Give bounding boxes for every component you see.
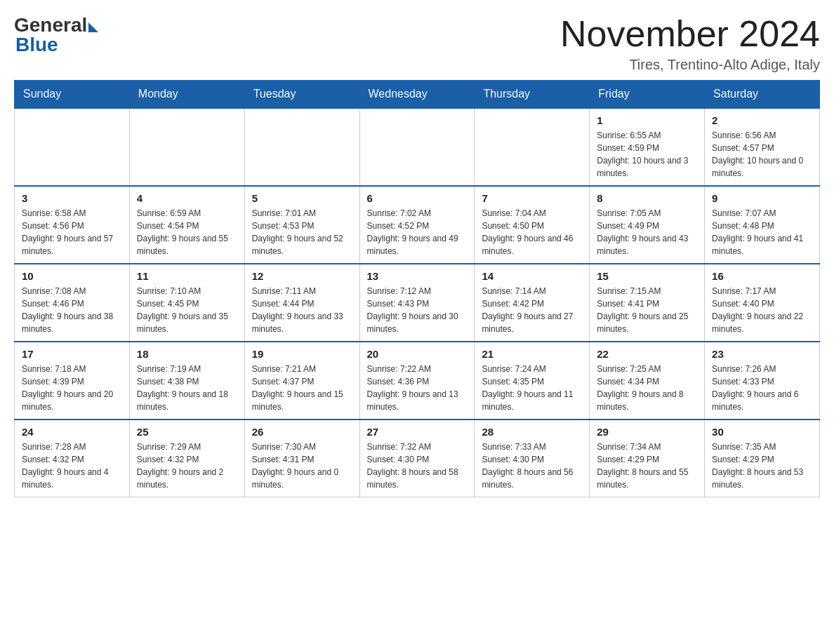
day-number: 30 bbox=[712, 426, 812, 438]
weekday-header-sunday: Sunday bbox=[15, 81, 130, 109]
weekday-header-wednesday: Wednesday bbox=[359, 81, 475, 109]
day-info: Sunrise: 7:30 AMSunset: 4:31 PMDaylight:… bbox=[252, 441, 352, 491]
calendar-cell: 4Sunrise: 6:59 AMSunset: 4:54 PMDaylight… bbox=[129, 186, 244, 264]
day-info: Sunrise: 6:58 AMSunset: 4:56 PMDaylight:… bbox=[22, 207, 122, 257]
day-info: Sunrise: 7:29 AMSunset: 4:32 PMDaylight:… bbox=[137, 441, 237, 491]
day-number: 28 bbox=[482, 426, 582, 438]
day-info: Sunrise: 7:21 AMSunset: 4:37 PMDaylight:… bbox=[252, 363, 352, 413]
day-info: Sunrise: 7:19 AMSunset: 4:38 PMDaylight:… bbox=[137, 363, 237, 413]
day-number: 16 bbox=[712, 270, 812, 282]
day-info: Sunrise: 7:15 AMSunset: 4:41 PMDaylight:… bbox=[597, 285, 697, 335]
calendar-cell: 22Sunrise: 7:25 AMSunset: 4:34 PMDayligh… bbox=[590, 342, 705, 420]
day-number: 20 bbox=[367, 348, 468, 360]
weekday-header-friday: Friday bbox=[590, 81, 705, 109]
calendar-week-4: 17Sunrise: 7:18 AMSunset: 4:39 PMDayligh… bbox=[15, 342, 820, 420]
day-number: 13 bbox=[367, 270, 468, 282]
day-info: Sunrise: 7:33 AMSunset: 4:30 PMDaylight:… bbox=[482, 441, 582, 491]
day-number: 24 bbox=[22, 426, 122, 438]
day-number: 19 bbox=[252, 348, 352, 360]
calendar-week-1: 1Sunrise: 6:55 AMSunset: 4:59 PMDaylight… bbox=[15, 108, 820, 186]
day-info: Sunrise: 7:24 AMSunset: 4:35 PMDaylight:… bbox=[482, 363, 582, 413]
calendar-week-5: 24Sunrise: 7:28 AMSunset: 4:32 PMDayligh… bbox=[15, 420, 820, 497]
day-info: Sunrise: 7:35 AMSunset: 4:29 PMDaylight:… bbox=[712, 441, 812, 491]
weekday-header-monday: Monday bbox=[129, 81, 244, 109]
location-subtitle: Tires, Trentino-Alto Adige, Italy bbox=[560, 57, 820, 73]
calendar-cell: 16Sunrise: 7:17 AMSunset: 4:40 PMDayligh… bbox=[705, 264, 820, 342]
calendar-cell: 15Sunrise: 7:15 AMSunset: 4:41 PMDayligh… bbox=[590, 264, 705, 342]
calendar-cell bbox=[129, 108, 244, 186]
day-number: 29 bbox=[597, 426, 697, 438]
calendar-week-3: 10Sunrise: 7:08 AMSunset: 4:46 PMDayligh… bbox=[15, 264, 820, 342]
day-number: 10 bbox=[22, 270, 122, 282]
day-number: 5 bbox=[252, 192, 352, 204]
calendar-cell: 1Sunrise: 6:55 AMSunset: 4:59 PMDaylight… bbox=[590, 108, 705, 186]
day-info: Sunrise: 7:11 AMSunset: 4:44 PMDaylight:… bbox=[252, 285, 352, 335]
day-info: Sunrise: 7:18 AMSunset: 4:39 PMDaylight:… bbox=[22, 363, 122, 413]
calendar-cell: 24Sunrise: 7:28 AMSunset: 4:32 PMDayligh… bbox=[15, 420, 130, 497]
calendar-cell bbox=[244, 108, 359, 186]
day-info: Sunrise: 7:34 AMSunset: 4:29 PMDaylight:… bbox=[597, 441, 697, 491]
day-number: 11 bbox=[137, 270, 237, 282]
calendar-cell: 9Sunrise: 7:07 AMSunset: 4:48 PMDaylight… bbox=[705, 186, 820, 264]
weekday-header-saturday: Saturday bbox=[705, 81, 820, 109]
day-number: 15 bbox=[597, 270, 697, 282]
day-info: Sunrise: 7:17 AMSunset: 4:40 PMDaylight:… bbox=[712, 285, 812, 335]
calendar-cell: 20Sunrise: 7:22 AMSunset: 4:36 PMDayligh… bbox=[359, 342, 475, 420]
calendar-cell: 19Sunrise: 7:21 AMSunset: 4:37 PMDayligh… bbox=[244, 342, 359, 420]
day-number: 14 bbox=[482, 270, 582, 282]
calendar-cell: 28Sunrise: 7:33 AMSunset: 4:30 PMDayligh… bbox=[475, 420, 590, 497]
logo: General Blue bbox=[14, 14, 98, 56]
logo-blue-text: Blue bbox=[15, 34, 58, 56]
calendar-cell: 3Sunrise: 6:58 AMSunset: 4:56 PMDaylight… bbox=[15, 186, 130, 264]
day-number: 26 bbox=[252, 426, 352, 438]
day-number: 3 bbox=[22, 192, 122, 204]
day-number: 8 bbox=[597, 192, 697, 204]
day-number: 21 bbox=[482, 348, 582, 360]
weekday-header-thursday: Thursday bbox=[475, 81, 590, 109]
calendar-cell: 30Sunrise: 7:35 AMSunset: 4:29 PMDayligh… bbox=[705, 420, 820, 497]
day-info: Sunrise: 7:07 AMSunset: 4:48 PMDaylight:… bbox=[712, 207, 812, 257]
day-info: Sunrise: 7:28 AMSunset: 4:32 PMDaylight:… bbox=[22, 441, 122, 491]
calendar-cell: 29Sunrise: 7:34 AMSunset: 4:29 PMDayligh… bbox=[590, 420, 705, 497]
weekday-header-tuesday: Tuesday bbox=[244, 81, 359, 109]
calendar-cell: 5Sunrise: 7:01 AMSunset: 4:53 PMDaylight… bbox=[244, 186, 359, 264]
day-number: 6 bbox=[367, 192, 468, 204]
day-number: 18 bbox=[137, 348, 237, 360]
calendar-header-row: SundayMondayTuesdayWednesdayThursdayFrid… bbox=[15, 81, 820, 109]
calendar-cell: 23Sunrise: 7:26 AMSunset: 4:33 PMDayligh… bbox=[705, 342, 820, 420]
title-block: November 2024 Tires, Trentino-Alto Adige… bbox=[560, 14, 820, 73]
day-info: Sunrise: 6:56 AMSunset: 4:57 PMDaylight:… bbox=[712, 129, 812, 180]
day-info: Sunrise: 7:08 AMSunset: 4:46 PMDaylight:… bbox=[22, 285, 122, 335]
page-header: General Blue November 2024 Tires, Trenti… bbox=[14, 14, 820, 73]
day-info: Sunrise: 7:25 AMSunset: 4:34 PMDaylight:… bbox=[597, 363, 697, 413]
day-number: 27 bbox=[367, 426, 468, 438]
calendar-cell: 12Sunrise: 7:11 AMSunset: 4:44 PMDayligh… bbox=[244, 264, 359, 342]
month-title: November 2024 bbox=[560, 14, 820, 54]
calendar-cell: 6Sunrise: 7:02 AMSunset: 4:52 PMDaylight… bbox=[359, 186, 475, 264]
day-number: 25 bbox=[137, 426, 237, 438]
logo-arrow-icon bbox=[88, 22, 98, 32]
day-info: Sunrise: 7:05 AMSunset: 4:49 PMDaylight:… bbox=[597, 207, 697, 257]
calendar-week-2: 3Sunrise: 6:58 AMSunset: 4:56 PMDaylight… bbox=[15, 186, 820, 264]
calendar-cell bbox=[15, 108, 130, 186]
calendar-cell: 17Sunrise: 7:18 AMSunset: 4:39 PMDayligh… bbox=[15, 342, 130, 420]
day-info: Sunrise: 7:32 AMSunset: 4:30 PMDaylight:… bbox=[367, 441, 468, 491]
day-info: Sunrise: 6:55 AMSunset: 4:59 PMDaylight:… bbox=[597, 129, 697, 180]
day-number: 2 bbox=[712, 114, 812, 126]
day-info: Sunrise: 7:04 AMSunset: 4:50 PMDaylight:… bbox=[482, 207, 582, 257]
day-info: Sunrise: 6:59 AMSunset: 4:54 PMDaylight:… bbox=[137, 207, 237, 257]
calendar-cell: 13Sunrise: 7:12 AMSunset: 4:43 PMDayligh… bbox=[359, 264, 475, 342]
calendar-cell: 11Sunrise: 7:10 AMSunset: 4:45 PMDayligh… bbox=[129, 264, 244, 342]
day-info: Sunrise: 7:02 AMSunset: 4:52 PMDaylight:… bbox=[367, 207, 468, 257]
day-number: 23 bbox=[712, 348, 812, 360]
day-number: 1 bbox=[597, 114, 697, 126]
calendar-cell: 7Sunrise: 7:04 AMSunset: 4:50 PMDaylight… bbox=[475, 186, 590, 264]
calendar-cell bbox=[359, 108, 475, 186]
day-info: Sunrise: 7:26 AMSunset: 4:33 PMDaylight:… bbox=[712, 363, 812, 413]
calendar-cell: 14Sunrise: 7:14 AMSunset: 4:42 PMDayligh… bbox=[475, 264, 590, 342]
day-number: 7 bbox=[482, 192, 582, 204]
day-number: 22 bbox=[597, 348, 697, 360]
calendar-cell: 27Sunrise: 7:32 AMSunset: 4:30 PMDayligh… bbox=[359, 420, 475, 497]
calendar-cell: 18Sunrise: 7:19 AMSunset: 4:38 PMDayligh… bbox=[129, 342, 244, 420]
calendar-cell: 25Sunrise: 7:29 AMSunset: 4:32 PMDayligh… bbox=[129, 420, 244, 497]
